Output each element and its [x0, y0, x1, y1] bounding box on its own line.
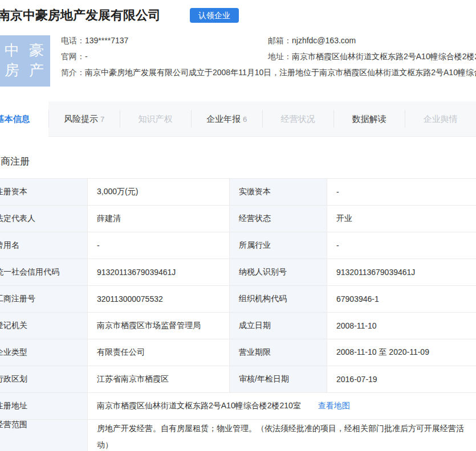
row-value: 薛建清: [88, 206, 230, 232]
row-label: 组织机构代码: [230, 286, 327, 313]
table-row: 曾用名 - 所属行业 -: [0, 232, 476, 259]
row-label: 法定代表人: [0, 206, 88, 232]
row-label: 行政区划: [0, 366, 88, 393]
tab-risk-alerts-label: 风险提示: [64, 114, 98, 124]
tab-risk-alerts[interactable]: 风险提示7: [48, 101, 120, 137]
row-value: 2016-07-19: [327, 366, 476, 393]
row-label: 曾用名: [0, 232, 88, 259]
tab-operating-status-label: 经营状况: [281, 114, 315, 124]
row-value: 2008-11-10: [327, 313, 476, 339]
row-label: 工商注册号: [0, 286, 88, 313]
tab-risk-alerts-count: 7: [100, 115, 104, 124]
row-label: 企业类型: [0, 339, 88, 366]
phone-value: 139****7137: [85, 36, 128, 45]
row-value: 有限责任公司: [88, 339, 230, 366]
email-value: njzhfdc@163.com: [292, 36, 356, 45]
email-label: 邮箱：: [268, 36, 292, 45]
row-value: 开业: [327, 206, 476, 232]
tab-basic-info-label: 基本信息: [0, 114, 30, 124]
tab-intellectual-property-label: 知识产权: [139, 114, 173, 124]
table-row: 注册资本 3,000万(元) 实缴资本 -: [0, 179, 476, 206]
row-value: -: [88, 232, 230, 259]
company-logo: 中 豪 房 产: [0, 35, 50, 87]
company-profile-page: 南京中豪房地产发展有限公司 认领企业 中 豪 房 产 电话：139****713…: [0, 0, 476, 451]
row-label: 经营范围: [0, 420, 88, 451]
table-row: 企业类型 有限责任公司 营业期限 2008-11-10 至 2020-11-09: [0, 339, 476, 366]
row-label: 审核/年检日期: [230, 366, 327, 393]
row-label: 所属行业: [230, 232, 327, 259]
company-logo-line1: 中 豪: [0, 40, 50, 60]
table-row: 工商注册号 320113000075532 组织机构代码 67903946-1: [0, 286, 476, 313]
intro-label: 简介：: [61, 68, 85, 77]
registered-address-cell: 南京市栖霞区仙林街道文枢东路2号A10幢综合楼2楼210室查看地图: [88, 393, 476, 420]
row-label: 实缴资本: [230, 179, 327, 206]
tab-annual-report-count: 6: [243, 115, 247, 124]
table-row-registered-address: 注册地址 南京市栖霞区仙林街道文枢东路2号A10幢综合楼2楼210室查看地图: [0, 393, 476, 420]
table-row: 登记机关 南京市栖霞区市场监督管理局 成立日期 2008-11-10: [0, 313, 476, 339]
row-value: 91320113679039461J: [327, 259, 476, 286]
business-scope-value: 房地产开发经营。自有房屋租赁；物业管理。（依法须经批准的项目，经相关部门批准后方…: [97, 420, 465, 451]
tab-basic-info[interactable]: 基本信息: [0, 101, 48, 137]
tab-annual-report-label: 企业年报: [206, 114, 241, 124]
row-label: 注册地址: [0, 393, 88, 420]
tab-bar: 基本信息 风险提示7 知识产权 企业年报6 经营状况 数据解读 企业舆情: [0, 101, 476, 137]
email-line: 邮箱：njzhfdc@163.com: [268, 32, 476, 48]
table-row-business-scope: 经营范围 房地产开发经营。自有房屋租赁；物业管理。（依法须经批准的项目，经相关部…: [0, 420, 476, 451]
row-value: 江苏省南京市栖霞区: [88, 366, 230, 393]
tab-data-insights[interactable]: 数据解读: [333, 101, 405, 137]
row-label: 纳税人识别号: [230, 259, 327, 286]
website-value: -: [85, 52, 88, 61]
phone-label: 电话：: [61, 36, 85, 45]
row-label: 统一社会信用代码: [0, 259, 88, 286]
row-value: -: [327, 232, 476, 259]
tab-operating-status[interactable]: 经营状况: [262, 101, 333, 137]
registered-address-value: 南京市栖霞区仙林街道文枢东路2号A10幢综合楼2楼210室: [97, 401, 301, 410]
row-value: 91320113679039461J: [88, 259, 230, 286]
row-label: 经营状态: [230, 206, 327, 232]
row-value: 320113000075532: [88, 286, 230, 313]
contact-info-right: 邮箱：njzhfdc@163.com 地址：南京市栖霞区仙林街道文枢东路2号A1…: [268, 32, 476, 64]
tab-public-opinion-label: 企业舆情: [424, 114, 458, 124]
row-value: 3,000万(元): [88, 179, 230, 206]
registration-table: 注册资本 3,000万(元) 实缴资本 - 法定代表人 薛建清 经营状态 开业 …: [0, 178, 476, 451]
row-label: 注册资本: [0, 179, 88, 206]
row-value: 南京市栖霞区市场监督管理局: [88, 313, 230, 339]
claim-company-button[interactable]: 认领企业: [190, 8, 239, 23]
tab-data-insights-label: 数据解读: [352, 114, 387, 124]
address-line: 地址：南京市栖霞区仙林街道文枢东路2号A10幢综合楼2楼210室: [268, 48, 476, 64]
intro-value: 南京中豪房地产发展有限公司成立于2008年11月10日，注册地位于南京市栖霞区仙…: [85, 68, 476, 77]
row-label: 营业期限: [230, 339, 327, 366]
row-value: -: [327, 179, 476, 206]
row-label: 成立日期: [230, 313, 327, 339]
company-logo-line2: 房 产: [0, 60, 50, 80]
page-title: 南京中豪房地产发展有限公司: [0, 7, 161, 24]
website-label: 官网：: [61, 52, 85, 61]
tab-annual-report[interactable]: 企业年报6: [191, 101, 262, 137]
table-row: 统一社会信用代码 91320113679039461J 纳税人识别号 91320…: [0, 259, 476, 286]
view-map-link[interactable]: 查看地图: [318, 401, 350, 410]
table-row: 行政区划 江苏省南京市栖霞区 审核/年检日期 2016-07-19: [0, 366, 476, 393]
row-label: 登记机关: [0, 313, 88, 339]
section-title-business-registration: 工商注册: [0, 155, 30, 168]
table-row: 法定代表人 薛建清 经营状态 开业: [0, 206, 476, 232]
row-value: 2008-11-10 至 2020-11-09: [327, 339, 476, 366]
address-value: 南京市栖霞区仙林街道文枢东路2号A10幢综合楼2楼210室: [292, 52, 476, 61]
intro-line: 简介：南京中豪房地产发展有限公司成立于2008年11月10日，注册地位于南京市栖…: [61, 64, 476, 80]
tab-public-opinion[interactable]: 企业舆情: [405, 101, 476, 137]
tab-intellectual-property[interactable]: 知识产权: [120, 101, 191, 137]
row-value: 67903946-1: [327, 286, 476, 313]
business-scope-cell: 房地产开发经营。自有房屋租赁；物业管理。（依法须经批准的项目，经相关部门批准后方…: [88, 420, 476, 451]
address-label: 地址：: [268, 52, 292, 61]
